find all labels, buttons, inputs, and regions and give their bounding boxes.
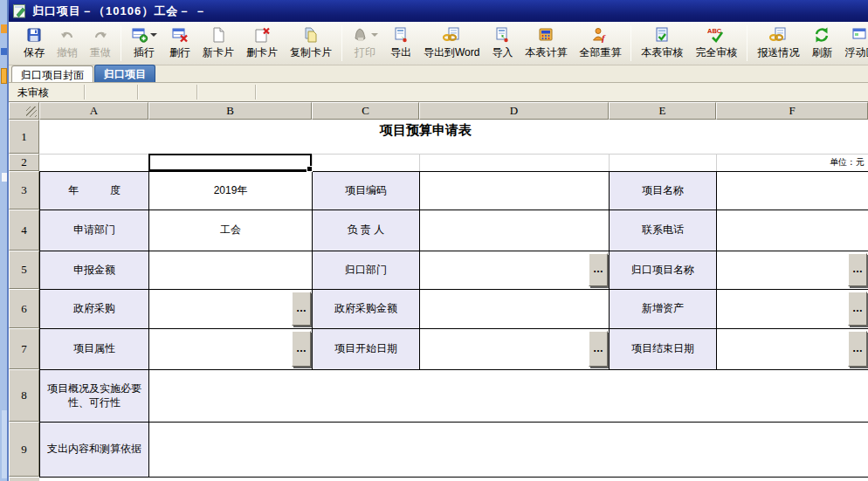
project-end-date-value-cell[interactable]: … <box>717 329 868 370</box>
column-header-a[interactable]: A <box>39 102 148 120</box>
row-header-6[interactable]: 6 <box>9 289 39 328</box>
save-button[interactable]: 保存 <box>17 22 51 65</box>
recalc-all-button[interactable]: f 全部重算 <box>573 22 627 65</box>
float-area-label: 浮动区 <box>844 45 868 60</box>
sheet-tabbar: 归口项目封面 归口项目 <box>9 65 868 83</box>
centralized-project-name-label: 归口项目名称 <box>610 251 717 290</box>
year-value-cell[interactable]: 2019年 <box>149 172 313 210</box>
copy-card-button[interactable]: 复制卡片 <box>284 22 338 65</box>
column-header-c[interactable]: C <box>312 102 419 120</box>
insert-row-dropdown-arrow[interactable] <box>150 33 157 37</box>
project-attribute-picker-button[interactable]: … <box>292 331 311 367</box>
gov-procurement-value-cell[interactable]: … <box>149 290 313 329</box>
redo-button[interactable]: 重做 <box>84 22 117 65</box>
responsible-person-label: 负 责 人 <box>313 210 420 251</box>
sheet-top-rows: 项目预算申请表 单位：元 <box>39 120 868 171</box>
column-header-b[interactable]: B <box>148 102 312 120</box>
project-attribute-value-cell[interactable]: … <box>149 329 313 370</box>
form-row-7: 项目属性 … 项目开始日期 … 项目结束日期 … <box>40 329 868 370</box>
form-row-4: 申请部门 工会 负 责 人 联系电话 <box>40 210 868 251</box>
import-label: 导入 <box>492 45 513 60</box>
export-button[interactable]: 导出 <box>384 22 417 65</box>
insert-row-button[interactable]: 插行 <box>125 22 163 65</box>
apply-dept-value-cell[interactable]: 工会 <box>149 210 313 251</box>
audit-sheet-icon <box>653 25 671 45</box>
toolbar-separator <box>630 25 631 61</box>
delete-row-button[interactable]: 删行 <box>163 22 196 65</box>
column-header-f[interactable]: F <box>716 102 868 120</box>
calc-sheet-button[interactable]: 本表计算 <box>519 22 573 65</box>
print-dropdown-arrow[interactable] <box>371 33 378 37</box>
print-label: 打印 <box>355 45 375 60</box>
float-area-button[interactable]: 浮动区 <box>838 22 868 65</box>
background-fragment <box>1 68 7 84</box>
export-label: 导出 <box>390 45 411 60</box>
new-card-label: 新卡片 <box>203 45 234 60</box>
contact-phone-value-cell[interactable] <box>717 210 868 251</box>
tab-cover-sheet[interactable]: 归口项目封面 <box>11 65 93 82</box>
responsible-person-value-cell[interactable] <box>420 210 610 251</box>
row-header-3[interactable]: 3 <box>9 171 39 210</box>
full-audit-button[interactable]: ABC 完全审核 <box>689 22 743 65</box>
project-overview-label: 项目概况及实施必要性、可行性 <box>40 370 149 423</box>
project-overview-value-cell[interactable] <box>149 370 868 423</box>
undo-button[interactable]: 撤销 <box>51 22 84 65</box>
selected-cell-b2[interactable] <box>148 154 312 171</box>
column-header-e[interactable]: E <box>609 102 716 120</box>
expenditure-basis-label: 支出内容和测算依据 <box>40 423 149 478</box>
row-header-8[interactable]: 8 <box>9 369 39 422</box>
refresh-button[interactable]: 刷新 <box>805 22 838 65</box>
status-divider <box>255 85 257 100</box>
select-all-corner[interactable] <box>9 102 39 120</box>
project-code-value-cell[interactable] <box>420 172 610 210</box>
full-audit-icon: ABC <box>706 25 727 45</box>
delete-card-button[interactable]: 删卡片 <box>240 22 284 65</box>
audit-status-text: 未审核 <box>17 86 49 100</box>
toolbar-separator <box>121 25 121 61</box>
corner-hatch-icon <box>26 107 37 117</box>
audit-sheet-button[interactable]: 本表审核 <box>635 22 689 65</box>
column-header-d[interactable]: D <box>419 102 609 120</box>
new-card-icon <box>210 25 227 45</box>
background-fragment <box>2 173 7 182</box>
gov-procurement-amount-value-cell[interactable] <box>420 290 610 329</box>
centralized-project-name-picker-button[interactable]: … <box>848 253 867 286</box>
print-button[interactable]: 打印 <box>346 22 384 65</box>
background-window-strip <box>0 0 9 481</box>
contact-phone-label: 联系电话 <box>610 210 717 251</box>
project-name-value-cell[interactable] <box>717 172 868 210</box>
row-header-9[interactable]: 9 <box>9 422 39 477</box>
delete-card-label: 删卡片 <box>246 45 278 60</box>
project-start-date-value-cell[interactable]: … <box>420 329 610 370</box>
export-word-button[interactable]: 导出到Word <box>417 22 486 65</box>
import-button[interactable]: 导入 <box>486 22 519 65</box>
centralized-dept-value-cell[interactable]: … <box>420 251 610 290</box>
row-header-partial <box>9 477 39 481</box>
declared-amount-value-cell[interactable] <box>149 251 313 290</box>
project-end-date-picker-button[interactable]: … <box>848 331 867 367</box>
centralized-dept-label: 归口部门 <box>313 251 420 290</box>
row-header-1[interactable]: 1 <box>9 120 39 154</box>
row-header-2[interactable]: 2 <box>9 154 39 171</box>
centralized-dept-picker-button[interactable]: … <box>589 253 608 286</box>
row-header-5[interactable]: 5 <box>9 251 39 289</box>
expenditure-basis-value-cell[interactable] <box>149 423 868 478</box>
project-code-label: 项目编码 <box>313 172 420 210</box>
new-card-button[interactable]: 新卡片 <box>196 22 240 65</box>
new-assets-value-cell[interactable]: … <box>717 290 868 329</box>
delete-row-icon <box>171 25 189 45</box>
report-status-button[interactable]: 报送情况 <box>751 22 805 65</box>
row-header-7[interactable]: 7 <box>9 328 39 369</box>
centralized-project-name-value-cell[interactable]: … <box>717 251 868 290</box>
selection-fill-handle[interactable] <box>307 166 313 172</box>
print-icon <box>352 25 369 45</box>
tab-project-sheet[interactable]: 归口项目 <box>94 65 155 82</box>
project-start-date-picker-button[interactable]: … <box>589 331 608 367</box>
gov-procurement-picker-button[interactable]: … <box>292 292 311 326</box>
new-assets-picker-button[interactable]: … <box>848 292 867 326</box>
row-header-4[interactable]: 4 <box>9 210 39 251</box>
toolbar-separator <box>747 25 747 61</box>
app-window: 归口项目－（10106）工会－ － 保存 撤销 重做 插行 <box>0 0 868 481</box>
status-divider <box>137 85 139 100</box>
status-divider <box>84 85 86 100</box>
